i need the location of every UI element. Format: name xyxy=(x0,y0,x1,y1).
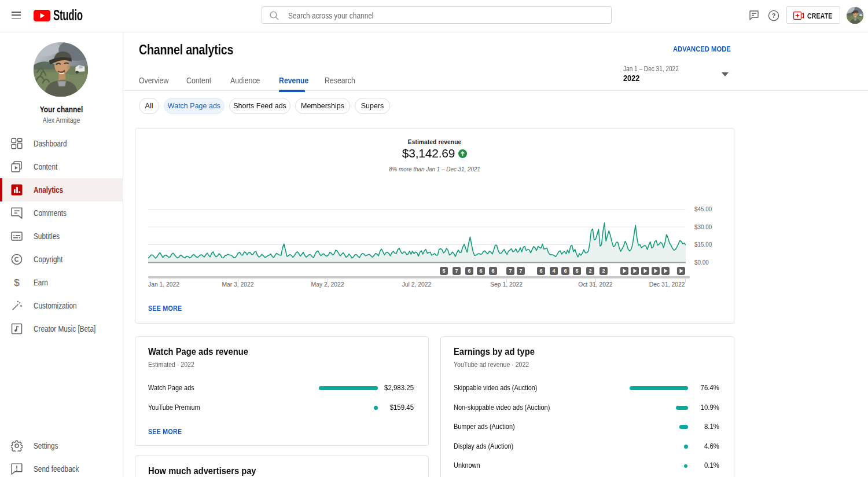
svg-text:?: ? xyxy=(771,12,775,19)
svg-text:$: $ xyxy=(14,277,20,288)
